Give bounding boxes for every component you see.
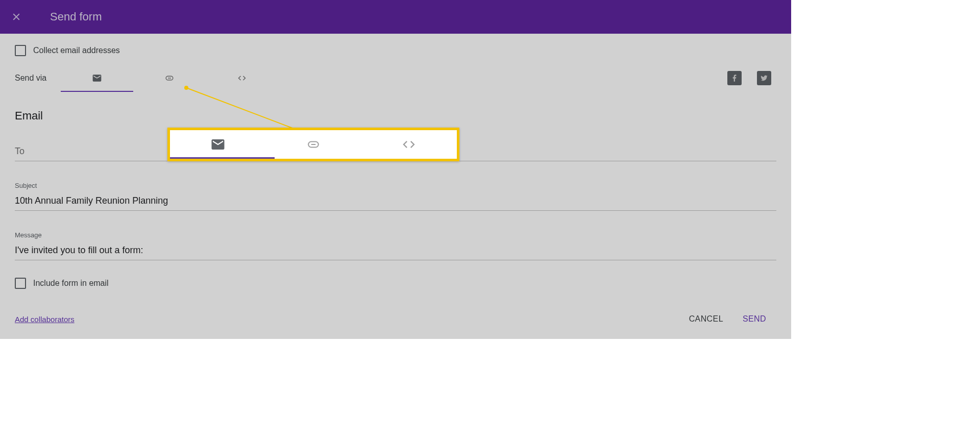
dialog-footer: Add collaborators CANCEL SEND (15, 314, 776, 339)
collect-email-label: Collect email addresses (33, 46, 120, 55)
link-icon (163, 74, 176, 83)
collect-email-checkbox[interactable] (15, 45, 26, 56)
dialog-header: Send form (0, 0, 791, 34)
include-form-checkbox[interactable] (15, 278, 26, 289)
message-input[interactable] (15, 242, 776, 260)
email-section-title: Email (15, 109, 776, 123)
facebook-icon (730, 74, 739, 82)
twitter-icon (760, 74, 768, 82)
tab-embed[interactable] (206, 67, 278, 89)
subject-input[interactable] (15, 192, 776, 211)
share-facebook-button[interactable] (727, 71, 742, 85)
cancel-button[interactable]: CANCEL (689, 314, 723, 324)
include-form-row: Include form in email (15, 278, 776, 289)
send-via-label: Send via (15, 74, 46, 83)
add-collaborators-link[interactable]: Add collaborators (15, 315, 75, 324)
close-button[interactable] (9, 10, 23, 24)
send-via-row: Send via (15, 67, 776, 92)
dialog-title: Send form (50, 10, 102, 23)
share-twitter-button[interactable] (757, 71, 771, 85)
tab-email[interactable] (61, 67, 133, 89)
message-label: Message (15, 231, 776, 239)
close-icon (11, 11, 22, 22)
collect-email-row: Collect email addresses (15, 34, 776, 67)
embed-icon (236, 74, 248, 83)
email-icon (90, 73, 104, 83)
send-button[interactable]: SEND (743, 314, 766, 324)
include-form-label: Include form in email (33, 279, 109, 288)
to-input[interactable] (15, 143, 776, 161)
subject-label: Subject (15, 182, 776, 189)
tab-link[interactable] (133, 67, 206, 89)
